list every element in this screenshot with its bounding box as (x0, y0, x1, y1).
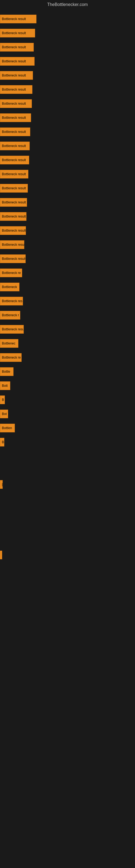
result-bar: Bottleneck result (0, 212, 27, 221)
result-bar: Bottleneck result (0, 57, 35, 66)
bar-label: Bottleneck result (2, 229, 26, 232)
bar-label: Bottleneck result (2, 215, 26, 218)
bar-row: Bottleneck result (0, 195, 135, 209)
bar-label: Bottleneck result (2, 88, 26, 91)
bar-row: Bottleneck result (0, 139, 135, 153)
bar-label: Bottleneck result (2, 59, 26, 63)
result-bar: Bottleneck result (0, 43, 34, 52)
bar-label: Bottleneck result (2, 31, 26, 35)
bar-row: B (0, 435, 135, 449)
result-bar: Bottlen (0, 424, 15, 432)
result-bar: Bottleneck resu (0, 325, 24, 334)
bar-row: Bottle (0, 365, 135, 379)
result-bar: Bottleneck re (0, 269, 22, 277)
result-bar: Bottleneck result (0, 184, 28, 193)
result-bar: Bottleneck resu (0, 240, 24, 249)
bar-row: Bottleneck result (0, 223, 135, 238)
result-bar: Bottleneck result (0, 156, 29, 164)
result-bar: Bottleneck result (0, 29, 35, 37)
bar-row: Bottleneck result (0, 125, 135, 139)
bar-row: Bottleneck result (0, 40, 135, 54)
result-bar: Bottleneck result (0, 85, 32, 94)
result-bar: Bottleneck r (0, 311, 20, 319)
bar-label: Bottlenec (2, 341, 15, 345)
bar-label: B (2, 398, 4, 402)
bar-row (0, 492, 135, 506)
bar-label: Bottleneck result (2, 144, 26, 148)
bar-label: Bottleneck result (2, 73, 26, 77)
result-bar: Bottleneck re (0, 353, 21, 362)
bar-row: Bottleneck resu (0, 238, 135, 252)
bar-label: Bottleneck result (2, 158, 26, 162)
bar-row (0, 520, 135, 534)
result-bar: Bottleneck result (0, 113, 31, 122)
result-bar: [ (0, 480, 3, 489)
result-bar: Bottleneck result (0, 99, 32, 108)
result-bar: Bottleneck res (0, 297, 23, 305)
result-bar: Bottlenec (0, 339, 18, 348)
site-title: TheBottlenecker.com (0, 0, 135, 9)
bar-label: Bottleneck re (2, 271, 21, 275)
bar-row: Bottleneck result (0, 111, 135, 125)
bar-row: Bottleneck result (0, 153, 135, 167)
result-bar: Bottleneck result (0, 127, 30, 136)
bar-row (0, 506, 135, 520)
bar-label: Bottleneck res (2, 299, 22, 303)
bar-row: Bottleneck result (0, 26, 135, 40)
result-bar: Bottleneck result (0, 170, 28, 179)
result-bar: Bottleneck result (0, 71, 33, 80)
result-bar: Bottle (0, 367, 13, 376)
bar-label: Bottleneck result (2, 186, 26, 190)
bar-row: Bottleneck result (0, 12, 135, 26)
bar-label: Bottleneck result (2, 17, 26, 21)
bar-row (0, 534, 135, 548)
bar-row: Bottleneck res (0, 294, 135, 308)
result-bar (0, 551, 2, 559)
bar-row: Bott (0, 379, 135, 393)
bar-label: Bottleneck result (2, 130, 26, 134)
bar-row (0, 449, 135, 463)
bar-row: Bottleneck result (0, 68, 135, 83)
bar-row: B (0, 393, 135, 407)
bar-row: Bottleneck result (0, 209, 135, 223)
bar-row: Bottleneck result (0, 83, 135, 97)
bar-row: Bottleneck result (0, 181, 135, 195)
bar-label: Bottleneck result (2, 102, 26, 105)
bar-label: Bottleneck result (2, 116, 26, 120)
bar-row: Bottlenec (0, 336, 135, 350)
result-bar: Bottleneck (0, 283, 19, 291)
result-bar: Bottleneck result (0, 226, 26, 235)
result-bar: Bottleneck result (0, 142, 30, 150)
bar-label: Bottleneck result (2, 257, 26, 261)
bar-row (0, 548, 135, 562)
result-bar: B (0, 438, 4, 446)
result-bar: Bottleneck result (0, 198, 27, 207)
bar-row: Bottleneck result (0, 167, 135, 181)
bar-label: Bot (2, 412, 7, 416)
bar-label: Bottle (2, 370, 10, 373)
bar-label: [ (2, 483, 3, 486)
bar-row: Bottlen (0, 421, 135, 435)
bar-row: Bottleneck (0, 280, 135, 294)
result-bar: Bottleneck result (0, 254, 26, 263)
bar-label: B (2, 440, 4, 444)
bar-row: Bot (0, 407, 135, 421)
bar-label: Bottleneck result (2, 172, 26, 176)
result-bar: Bott (0, 381, 10, 390)
bar-label: Bottleneck result (2, 45, 26, 49)
bar-label: Bottleneck result (2, 200, 26, 204)
result-bar: Bot (0, 410, 8, 418)
bar-label: Bottleneck (2, 285, 17, 289)
bar-row: Bottleneck re (0, 350, 135, 365)
result-bar: Bottleneck result (0, 14, 37, 23)
bar-row: Bottleneck result (0, 54, 135, 68)
bar-label: Bott (2, 384, 8, 388)
bar-row: Bottleneck re (0, 266, 135, 280)
bar-row: Bottleneck r (0, 308, 135, 322)
result-bar: B (0, 396, 5, 404)
bar-label: Bottlen (2, 426, 12, 430)
bar-row: [ (0, 477, 135, 492)
bar-label: Bottleneck resu (2, 243, 24, 247)
bars-container: Bottleneck resultBottleneck resultBottle… (0, 9, 135, 565)
bar-row: Bottleneck result (0, 97, 135, 111)
